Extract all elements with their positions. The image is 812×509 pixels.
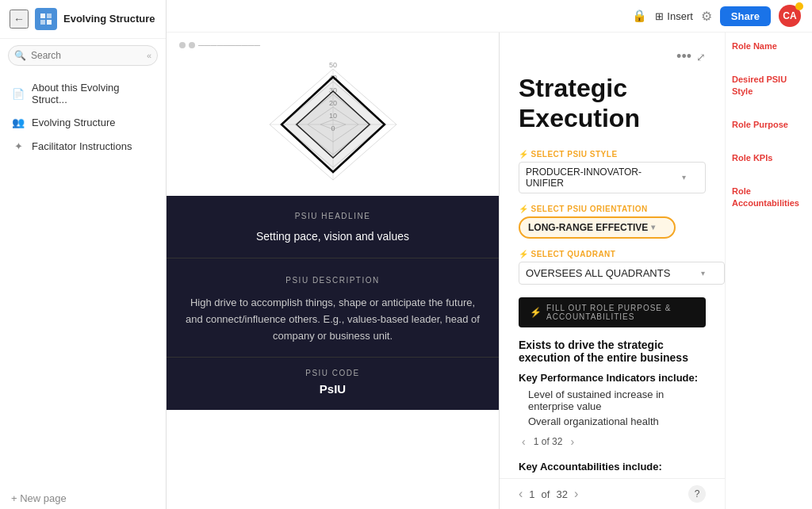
avatar-initials: CA [783,10,796,21]
breadcrumb-dot-2 [189,42,195,48]
main-content: ••• ⤢ Strategic Execution ⚡ SELECT PSIU … [500,33,725,478]
sidebar-nav: 📄 About this Evolving Struct... 👥 Evolvi… [0,72,166,488]
back-button[interactable]: ← [10,10,29,29]
sidebar: ← Evolving Structure 🔍 « 📄 About this Ev… [0,0,167,509]
annotation-role-name: Role Name [732,40,806,52]
quadrant-select[interactable]: OVERSEES ALL QUADRANTS ▾ [519,262,725,285]
annotation-role-kpis: Role KPIs [732,152,806,163]
page-title: Strategic Execution [519,73,706,134]
new-page-button[interactable]: + New page [0,488,166,509]
radar-chart: 50 40 30 20 10 0 [262,61,404,188]
main-area: 🔒 ⊞ Insert ⚙ Share CA ────────── [167,0,812,509]
bottom-pagination-of: of [542,488,550,500]
sidebar-title: Evolving Structure [63,13,155,25]
psiu-headline-card: PSIU HEADLINE Setting pace, vision and v… [167,196,499,258]
svg-rect-1 [47,13,52,18]
psiu-style-select[interactable]: PRODUCER-INNOVATOR-UNIFIER ▾ [519,162,706,193]
topbar: 🔒 ⊞ Insert ⚙ Share CA [167,0,812,33]
lightning-icon-3: ⚡ [519,250,529,258]
options-row: ••• ⤢ [519,47,706,67]
svg-rect-0 [40,13,45,18]
insert-button[interactable]: ⊞ Insert [655,10,693,22]
kpi-next-button[interactable]: › [567,434,577,450]
kpi-pagination-text: 1 of 32 [534,436,563,447]
psiu-orientation-select[interactable]: LONG-RANGE EFFECTIVE ▾ [519,216,676,239]
new-page-label: + New page [11,492,67,504]
quadrant-label: ⚡ SELECT QUADRANT [519,250,706,258]
expand-button[interactable]: ⤢ [696,47,706,67]
app-icon [35,8,57,30]
psiu-code-card: PSIU CODE PsIU [167,357,499,410]
psiu-orientation-value: LONG-RANGE EFFECTIVE [528,222,648,233]
psiu-orientation-label: ⚡ SELECT PSIU ORIENTATION [519,205,676,213]
annotation-sidebar: Role Name Desired PSIU Style Role Purpos… [725,33,812,509]
left-panel: ────────── 50 40 30 [167,33,500,509]
kpi-section-title: Key Performance Indicators include: [519,372,706,384]
kpi-item-1: Level of sustained increase in enterpris… [528,388,706,412]
sidebar-item-about-label: About this Evolving Struct... [32,82,155,105]
sidebar-item-evolving[interactable]: 👥 Evolving Structure [0,110,166,134]
psiu-description-text: High drive to accomplish things, shape o… [182,295,483,344]
svg-text:50: 50 [328,61,336,69]
group-icon: 👥 [11,115,25,129]
chevron-down-icon-3: ▾ [701,269,705,277]
psiu-description-label: PSIU DESCRIPTION [182,274,483,287]
avatar: CA [779,5,801,27]
sidebar-item-facilitator[interactable]: ✦ Facilitator Instructions [0,134,166,158]
chevron-down-icon-1: ▾ [682,173,686,182]
role-purpose-text: Exists to drive the strategic execution … [519,339,706,364]
lock-icon: 🔒 [632,9,647,23]
right-panel: ••• ⤢ Strategic Execution ⚡ SELECT PSIU … [500,33,812,509]
annotation-role-purpose-label: Role Purpose [732,119,806,130]
psiu-headline-text: Setting pace, vision and values [182,228,483,245]
chevron-down-icon-2: ▾ [651,223,655,232]
kpi-prev-button[interactable]: ‹ [519,434,529,450]
psiu-style-label: ⚡ SELECT PSIU STYLE [519,150,706,159]
psiu-description-card: PSIU DESCRIPTION High drive to accomplis… [167,258,499,357]
select-row: ⚡ SELECT PSIU STYLE PRODUCER-INNOVATOR-U… [519,150,706,239]
document-icon: 📄 [11,86,25,101]
fill-section: ⚡ FILL OUT ROLE PURPOSE & ACCOUNTABILITI… [519,297,706,327]
lightning-icon-1: ⚡ [519,150,529,159]
bottom-pagination-current: 1 [529,488,534,500]
radar-section: 50 40 30 20 10 0 [167,53,499,196]
psiu-code-label: PSIU CODE [182,369,483,377]
bottom-prev-button[interactable]: ‹ [519,487,523,501]
bottom-pagination: ‹ 1 of 32 › ? [500,478,725,509]
content-area: ────────── 50 40 30 [167,33,812,509]
search-icon: 🔍 [14,50,26,61]
psiu-orientation-group: ⚡ SELECT PSIU ORIENTATION LONG-RANGE EFF… [519,205,676,239]
sidebar-item-facilitator-label: Facilitator Instructions [32,140,132,152]
sidebar-item-evolving-label: Evolving Structure [32,117,116,128]
avatar-badge [795,2,803,10]
sidebar-header: ← Evolving Structure [0,0,166,39]
breadcrumb-dot-1 [179,42,186,48]
bottom-next-button[interactable]: › [574,487,578,501]
facilitator-icon: ✦ [11,139,25,153]
annotation-role-name-label: Role Name [732,40,806,52]
annotation-psiu-style: Desired PSIU Style [732,74,806,97]
more-options-button[interactable]: ••• [672,47,696,67]
share-button[interactable]: Share [720,6,771,26]
fill-section-label: ⚡ FILL OUT ROLE PURPOSE & ACCOUNTABILITI… [530,304,695,321]
breadcrumb-text: ────────── [198,40,260,50]
lightning-icon-2: ⚡ [519,205,529,213]
help-button[interactable]: ? [688,485,706,503]
svg-rect-2 [40,20,45,25]
sidebar-item-about[interactable]: 📄 About this Evolving Struct... [0,77,166,110]
breadcrumb: ────────── [167,33,499,53]
collapse-button[interactable]: « [147,51,151,60]
settings-icon[interactable]: ⚙ [701,9,712,24]
quadrant-group: ⚡ SELECT QUADRANT OVERSEES ALL QUADRANTS… [519,250,706,285]
svg-rect-3 [47,20,52,25]
accountabilities-title: Key Accountabilities include: [519,461,706,473]
search-input[interactable] [8,45,158,66]
insert-grid-icon: ⊞ [655,10,664,22]
insert-label: Insert [667,10,693,22]
search-container: 🔍 « [8,45,158,66]
bottom-pagination-total: 32 [556,488,567,500]
annotation-role-purpose: Role Purpose [732,119,806,130]
quadrant-value: OVERSEES ALL QUADRANTS [526,267,670,279]
annotation-psiu-style-label: Desired PSIU Style [732,74,806,97]
fill-icon: ⚡ [530,307,542,318]
